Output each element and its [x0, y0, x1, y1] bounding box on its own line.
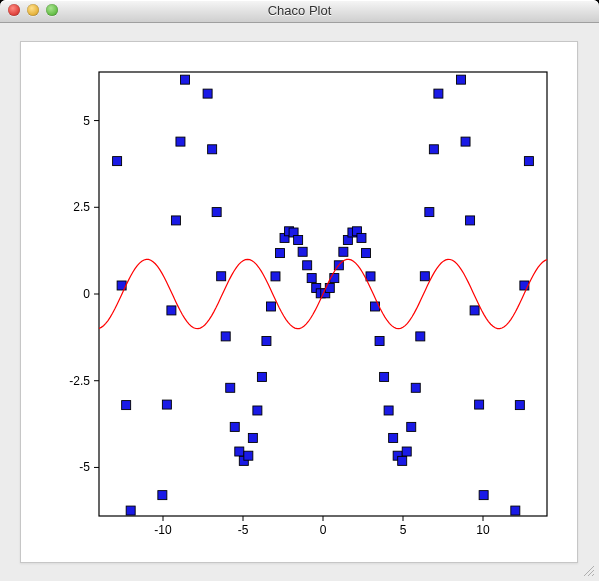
x-tick-label: -10 [154, 523, 172, 537]
series-marker [276, 249, 285, 258]
series-marker [524, 157, 533, 166]
series-marker [511, 506, 520, 515]
series-marker [416, 332, 425, 341]
series-marker [248, 433, 257, 442]
series-marker [398, 456, 407, 465]
series-marker [339, 247, 348, 256]
series-marker [257, 372, 266, 381]
series-marker [389, 433, 398, 442]
close-icon[interactable] [8, 4, 20, 16]
x-tick-label: 10 [476, 523, 490, 537]
series-line [99, 259, 547, 328]
plot-panel: -10-50510-5-2.502.55 [20, 41, 578, 563]
series-marker [212, 208, 221, 217]
series-marker [262, 337, 271, 346]
series-marker [475, 400, 484, 409]
titlebar[interactable]: Chaco Plot [0, 0, 599, 23]
series-marker [438, 46, 447, 55]
y-tick-label: 2.5 [73, 200, 90, 214]
series-marker [479, 491, 488, 500]
series-marker [325, 283, 334, 292]
series-marker [113, 157, 122, 166]
series-marker [176, 137, 185, 146]
series-marker [434, 89, 443, 98]
series-marker [366, 272, 375, 281]
x-tick-label: 0 [320, 523, 327, 537]
series-marker [203, 89, 212, 98]
series-marker [411, 383, 420, 392]
y-tick-label: 0 [83, 287, 90, 301]
series-marker [452, 42, 461, 43]
series-marker [361, 249, 370, 258]
series-marker [357, 233, 366, 242]
series-marker [253, 406, 262, 415]
y-tick-label: -5 [79, 460, 90, 474]
app-window: Chaco Plot -10-50510-5-2.502.55 [0, 0, 599, 581]
window-controls [8, 4, 58, 16]
series-marker [529, 42, 538, 47]
series-marker [199, 46, 208, 55]
x-tick-label: -5 [238, 523, 249, 537]
x-tick-label: 5 [400, 523, 407, 537]
series-marker [230, 422, 239, 431]
series-marker [208, 145, 217, 154]
series-marker [122, 401, 131, 410]
series-marker [384, 406, 393, 415]
resize-grip-icon[interactable] [581, 563, 595, 577]
series-marker [294, 236, 303, 245]
series-marker [298, 247, 307, 256]
series-marker [402, 447, 411, 456]
series-marker [407, 422, 416, 431]
y-tick-label: 5 [83, 114, 90, 128]
zoom-icon[interactable] [46, 4, 58, 16]
series-marker [307, 274, 316, 283]
series-marker [470, 306, 479, 315]
series-marker [266, 302, 275, 311]
series-marker [162, 400, 171, 409]
window-content: -10-50510-5-2.502.55 [0, 23, 599, 581]
svg-line-13 [592, 574, 594, 576]
series-marker [226, 383, 235, 392]
series-marker [429, 145, 438, 154]
y-tick-label: -2.5 [69, 374, 90, 388]
series-marker [158, 491, 167, 500]
series-marker [375, 337, 384, 346]
series-marker [244, 451, 253, 460]
series-marker [271, 272, 280, 281]
series-marker [171, 216, 180, 225]
series-marker [466, 216, 475, 225]
series-marker [515, 401, 524, 410]
series-marker [425, 208, 434, 217]
chart[interactable]: -10-50510-5-2.502.55 [21, 42, 577, 562]
series-marker [221, 332, 230, 341]
series-marker [180, 75, 189, 84]
window-title: Chaco Plot [0, 3, 599, 18]
series-marker [235, 447, 244, 456]
series-marker [126, 506, 135, 515]
series-marker [461, 137, 470, 146]
series-marker [303, 261, 312, 270]
series-marker [185, 42, 194, 43]
series-marker [108, 42, 117, 47]
series-marker [457, 75, 466, 84]
series-marker [167, 306, 176, 315]
series-marker [217, 272, 226, 281]
minimize-icon[interactable] [27, 4, 39, 16]
series-marker [380, 372, 389, 381]
series-marker [420, 272, 429, 281]
